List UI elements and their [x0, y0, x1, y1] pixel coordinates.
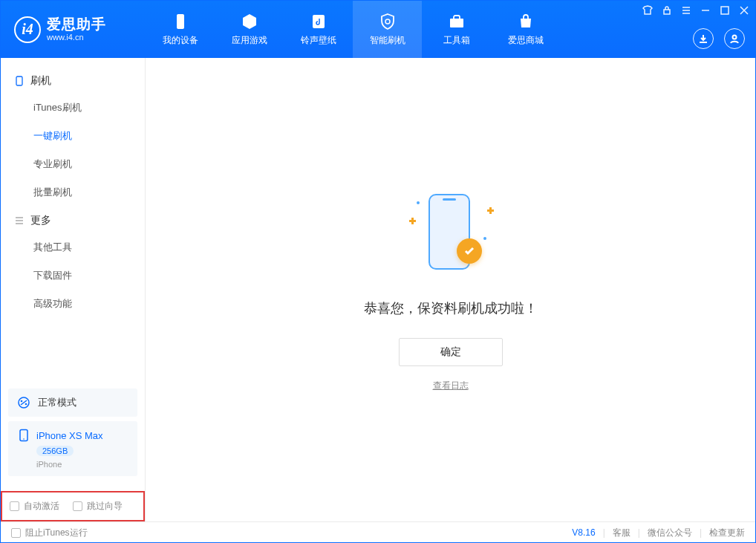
sidebar: 刷机 iTunes刷机 一键刷机 专业刷机 批量刷机 更多 其他工具 下载固件 … — [1, 58, 146, 521]
sidebar-group-flash: 刷机 — [1, 67, 145, 94]
cube-icon — [240, 12, 259, 31]
device-row: iPhone XS Max — [17, 429, 128, 442]
list-icon — [14, 215, 25, 226]
device-mode-card[interactable]: 正常模式 — [8, 388, 137, 417]
svg-point-9 — [25, 403, 27, 406]
app-subtitle: www.i4.cn — [47, 33, 106, 42]
phone-outline-icon — [14, 76, 25, 86]
device-capacity: 256GB — [36, 446, 74, 456]
device-info-card[interactable]: iPhone XS Max 256GB iPhone — [8, 421, 137, 476]
window-controls — [642, 5, 749, 16]
shirt-icon[interactable] — [642, 5, 653, 16]
checkbox-auto-activate[interactable]: 自动激活 — [10, 500, 59, 513]
nav: 我的设备 应用游戏 铃声壁纸 智能刷机 工具箱 爱思商城 — [146, 1, 560, 58]
minimize-icon[interactable] — [700, 5, 711, 16]
svg-point-8 — [21, 400, 23, 403]
maximize-icon[interactable] — [720, 5, 730, 16]
nav-apps-games[interactable]: 应用游戏 — [215, 1, 284, 58]
user-icon[interactable] — [724, 28, 745, 49]
success-message: 恭喜您，保资料刷机成功啦！ — [364, 299, 538, 317]
header: i4 爱思助手 www.i4.cn 我的设备 应用游戏 铃声壁纸 智能刷机 工具… — [1, 1, 755, 58]
checkbox-box-icon — [73, 501, 82, 511]
mode-icon — [17, 396, 30, 409]
checkbox-box-icon — [10, 501, 19, 511]
sidebar-item-batch-flash[interactable]: 批量刷机 — [1, 178, 145, 207]
svg-point-11 — [23, 438, 25, 440]
nav-label: 铃声壁纸 — [301, 34, 336, 47]
download-icon[interactable] — [693, 28, 714, 49]
main-content: 恭喜您，保资料刷机成功啦！ 确定 查看日志 — [146, 58, 755, 521]
group-title: 刷机 — [30, 74, 51, 88]
spark-icon — [409, 218, 416, 224]
version-label: V8.16 — [572, 527, 595, 538]
nav-label: 爱思商城 — [508, 34, 544, 47]
nav-label: 应用游戏 — [232, 34, 267, 47]
logo-text: 爱思助手 www.i4.cn — [47, 17, 106, 42]
nav-toolbox[interactable]: 工具箱 — [422, 1, 491, 58]
nav-ringtone-wallpaper[interactable]: 铃声壁纸 — [284, 1, 353, 58]
sidebar-item-itunes-flash[interactable]: iTunes刷机 — [1, 94, 145, 122]
lock-icon[interactable] — [662, 5, 672, 16]
music-icon — [309, 12, 328, 31]
support-link[interactable]: 客服 — [613, 527, 630, 539]
checkbox-box-icon[interactable] — [11, 528, 21, 538]
phone-icon — [17, 429, 30, 442]
svg-rect-1 — [313, 15, 325, 28]
success-illustration — [406, 188, 495, 277]
nav-my-device[interactable]: 我的设备 — [146, 1, 215, 58]
check-badge-icon — [457, 238, 482, 264]
wechat-link[interactable]: 微信公众号 — [648, 527, 692, 539]
sidebar-item-pro-flash[interactable]: 专业刷机 — [1, 150, 145, 178]
sidebar-item-download-firmware[interactable]: 下载固件 — [1, 261, 145, 290]
bag-icon — [516, 12, 535, 31]
svg-rect-3 — [664, 10, 670, 14]
menu-icon[interactable] — [681, 5, 691, 16]
device-mode-label: 正常模式 — [38, 396, 76, 409]
separator: | — [638, 527, 640, 538]
svg-point-5 — [733, 36, 737, 39]
nav-smart-flash[interactable]: 智能刷机 — [353, 1, 422, 58]
group-title: 更多 — [30, 214, 51, 227]
statusbar-right: V8.16 | 客服 | 微信公众号 | 检查更新 — [572, 527, 745, 539]
device-icon — [171, 12, 190, 31]
logo-area: i4 爱思助手 www.i4.cn — [1, 1, 146, 58]
dot-icon — [483, 237, 486, 240]
svg-rect-0 — [177, 14, 184, 29]
sidebar-scroll: 刷机 iTunes刷机 一键刷机 专业刷机 批量刷机 更多 其他工具 下载固件 … — [1, 58, 145, 388]
checkbox-skip-guide[interactable]: 跳过向导 — [73, 500, 123, 513]
svg-rect-6 — [16, 77, 22, 85]
svg-rect-2 — [450, 19, 463, 27]
check-update-link[interactable]: 检查更新 — [709, 527, 745, 539]
view-log-link[interactable]: 查看日志 — [433, 380, 469, 392]
nav-label: 智能刷机 — [370, 34, 405, 47]
app-title: 爱思助手 — [47, 17, 106, 33]
checkbox-label: 跳过向导 — [87, 500, 123, 513]
dot-icon — [417, 201, 420, 204]
svg-rect-4 — [721, 7, 729, 14]
nav-label: 我的设备 — [163, 34, 198, 47]
close-icon[interactable] — [739, 5, 749, 16]
nav-label: 工具箱 — [443, 34, 470, 47]
statusbar-left: 阻止iTunes运行 — [11, 527, 88, 539]
header-right — [693, 28, 745, 49]
body: 刷机 iTunes刷机 一键刷机 专业刷机 批量刷机 更多 其他工具 下载固件 … — [1, 58, 755, 521]
device-name: iPhone XS Max — [36, 430, 103, 441]
logo-icon: i4 — [14, 16, 41, 43]
toolbox-icon — [447, 12, 466, 31]
nav-store[interactable]: 爱思商城 — [491, 1, 560, 58]
sidebar-item-advanced[interactable]: 高级功能 — [1, 290, 145, 318]
statusbar: 阻止iTunes运行 V8.16 | 客服 | 微信公众号 | 检查更新 — [1, 521, 755, 543]
ok-button[interactable]: 确定 — [399, 338, 503, 366]
device-type: iPhone — [36, 460, 128, 469]
sidebar-item-oneclick-flash[interactable]: 一键刷机 — [1, 122, 145, 150]
device-panel: 正常模式 iPhone XS Max 256GB iPhone — [1, 388, 145, 484]
sidebar-group-more: 更多 — [1, 207, 145, 233]
option-checkbox-row: 自动激活 跳过向导 — [1, 491, 145, 521]
sidebar-item-other-tools[interactable]: 其他工具 — [1, 233, 145, 261]
block-itunes-label[interactable]: 阻止iTunes运行 — [25, 527, 88, 539]
refresh-shield-icon — [378, 12, 397, 31]
spark-icon — [487, 207, 494, 214]
separator: | — [603, 527, 605, 538]
checkbox-label: 自动激活 — [24, 500, 59, 513]
separator: | — [700, 527, 702, 538]
